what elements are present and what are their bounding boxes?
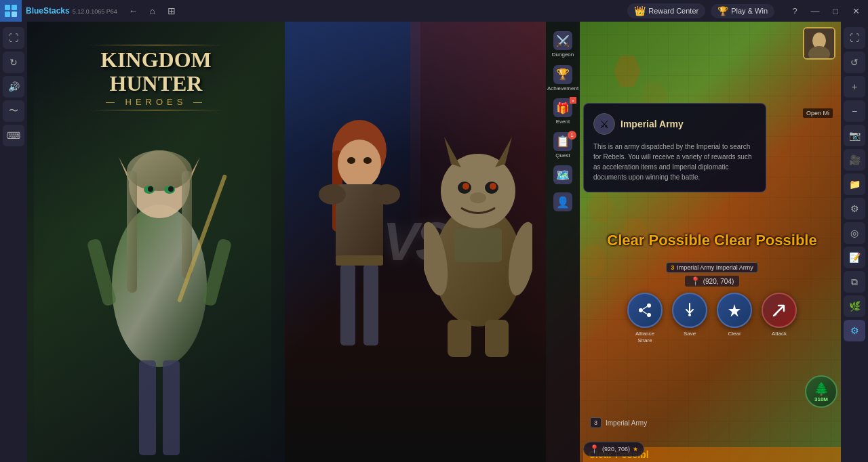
tooltip-title: Imperial Army <box>620 119 684 129</box>
army-tooltip: ⚔ Imperial Army This is an army dispatch… <box>583 103 766 192</box>
svg-point-25 <box>373 184 400 205</box>
svg-marker-33 <box>444 137 461 167</box>
sidebar-fullscreen-button[interactable]: ⛶ <box>3 27 24 49</box>
svg-point-32 <box>441 154 515 228</box>
event-label: Event <box>556 119 570 125</box>
bottom-army-name: Imperial Army <box>606 419 647 427</box>
status-pin-icon: 📍 <box>589 444 599 454</box>
elf-character <box>34 69 271 462</box>
kh-background: KINGDOMHUNTER — HEROES — <box>27 22 285 462</box>
minimize-button[interactable]: — <box>806 1 825 20</box>
rs-screenshot-button[interactable]: 📷 <box>844 125 865 146</box>
alliance-share-button[interactable]: AllianceShare <box>627 293 663 345</box>
sidebar-item-dungeon[interactable]: ⚔️ Dungeon <box>548 28 578 61</box>
rs-fullscreen-button[interactable]: ⛶ <box>844 27 865 49</box>
army-name: Imperial Army Imperial Army <box>677 264 753 271</box>
save-icon <box>672 293 707 328</box>
achievement-icon: 🏆 <box>553 65 572 84</box>
player-card[interactable] <box>803 27 835 60</box>
bottom-army-count-badge: 3 <box>590 417 601 428</box>
svg-rect-2 <box>5 12 10 17</box>
svg-point-53 <box>688 314 691 316</box>
player-avatar <box>804 28 834 58</box>
tooltip-icon: ⚔ <box>593 113 615 135</box>
game-map: ⚔️ Dungeon 🏆 Achievement 🎁 Event • <box>546 22 841 462</box>
sidebar-rotate-button[interactable]: ↻ <box>3 51 24 73</box>
sidebar-keyboard-button[interactable]: ⌨ <box>3 125 24 146</box>
save-button[interactable]: Save <box>672 293 707 345</box>
svg-point-13 <box>148 186 153 192</box>
open-mine-label: Open Mi <box>803 108 833 118</box>
svg-point-37 <box>462 183 469 190</box>
svg-rect-44 <box>454 228 502 262</box>
window-controls: ? — □ ✕ <box>785 1 865 20</box>
rs-zoom-out-button[interactable]: − <box>844 100 865 122</box>
svg-line-51 <box>643 307 647 310</box>
maximize-button[interactable]: □ <box>826 1 845 20</box>
play-win-label: Play & Win <box>731 7 768 15</box>
rs-settings2-button[interactable]: ⚙ <box>844 320 865 341</box>
attack-label: Attack <box>772 331 787 337</box>
status-coords[interactable]: 📍 (920, 706) ★ <box>583 442 644 457</box>
bottom-army-row: 3 Imperial Army <box>583 417 841 428</box>
svg-rect-15 <box>139 360 156 455</box>
svg-point-29 <box>347 157 355 164</box>
attack-button[interactable]: Attack <box>762 293 797 345</box>
achievement-label: Achievement <box>547 85 578 92</box>
svg-rect-16 <box>163 360 180 455</box>
svg-rect-43 <box>485 320 509 357</box>
rs-macro-button[interactable]: ◎ <box>844 222 865 244</box>
sidebar-item-profile[interactable]: 👤 <box>548 190 578 215</box>
sidebar-shake-button[interactable]: 〜 <box>3 100 24 122</box>
right-sidebar: ⛶ ↺ + − 📷 🎥 📁 ⚙ ◎ 📝 ⧉ 🌿 ⚙ <box>841 22 868 462</box>
multi-button[interactable]: ⊞ <box>163 3 180 19</box>
sidebar-item-map[interactable]: 🗺️ <box>548 163 578 188</box>
svg-point-22 <box>338 140 381 188</box>
svg-point-39 <box>470 192 486 203</box>
save-label: Save <box>684 331 696 337</box>
svg-rect-27 <box>363 264 378 345</box>
app-icon <box>0 0 22 22</box>
nav-dungeon-wrap: ⚔️ Dungeon <box>548 28 578 61</box>
reward-center-button[interactable]: 👑 Reward Center <box>627 3 705 18</box>
quest-badge: 1 <box>568 131 576 140</box>
app-name: BlueStacks <box>26 6 70 16</box>
rs-eco-button[interactable]: 🌿 <box>844 295 865 317</box>
rs-multi-instance-button[interactable]: ⧉ <box>844 271 865 293</box>
quest-label: Quest <box>555 152 570 159</box>
tooltip-header: ⚔ Imperial Army <box>593 113 756 135</box>
play-win-button[interactable]: 🏆 Play & Win <box>711 4 774 18</box>
rs-script-button[interactable]: 📝 <box>844 247 865 268</box>
rs-folder-button[interactable]: 📁 <box>844 173 865 195</box>
main-content: ⛶ ↻ 🔊 〜 ⌨ KINGDOMHUNTER — HEROES — <box>0 22 868 462</box>
nav-quest-wrap: 📋 Quest 1 <box>548 129 578 162</box>
close-button[interactable]: ✕ <box>846 1 865 20</box>
sidebar-item-achievement[interactable]: 🏆 Achievement <box>548 62 578 95</box>
rs-rotate-button[interactable]: ↺ <box>844 51 865 73</box>
dungeon-label: Dungeon <box>552 51 574 58</box>
home-button[interactable]: ⌂ <box>144 3 161 19</box>
rs-zoom-in-button[interactable]: + <box>844 76 865 98</box>
svg-rect-17 <box>86 238 117 307</box>
army-badge: 3 Imperial Army Imperial Army <box>666 262 758 273</box>
clear-label: Clear <box>728 331 741 337</box>
svg-rect-9 <box>127 171 137 293</box>
rs-camera-button[interactable]: 🎥 <box>844 149 865 171</box>
back-button[interactable]: ← <box>125 3 142 19</box>
clear-button[interactable]: Clear <box>717 293 752 345</box>
svg-point-48 <box>647 303 651 308</box>
reward-center-label: Reward Center <box>648 7 698 15</box>
help-button[interactable]: ? <box>785 1 804 20</box>
alliance-share-label: AllianceShare <box>635 331 654 345</box>
event-badge: • <box>570 97 576 104</box>
map-icon: 🗺️ <box>553 165 572 184</box>
svg-rect-0 <box>5 5 10 10</box>
bottom-army-count: 3 <box>594 419 597 426</box>
sidebar-volume-button[interactable]: 🔊 <box>3 76 24 98</box>
svg-rect-26 <box>340 264 355 345</box>
pin-icon: 📍 <box>690 276 701 286</box>
titlebar: BlueStacks 5.12.0.1065 P64 ← ⌂ ⊞ 👑 Rewar… <box>0 0 868 22</box>
nav-event-wrap: 🎁 Event • <box>548 96 578 128</box>
rs-settings-button[interactable]: ⚙ <box>844 198 865 219</box>
resource-310m[interactable]: 🌲 310M <box>805 375 837 408</box>
